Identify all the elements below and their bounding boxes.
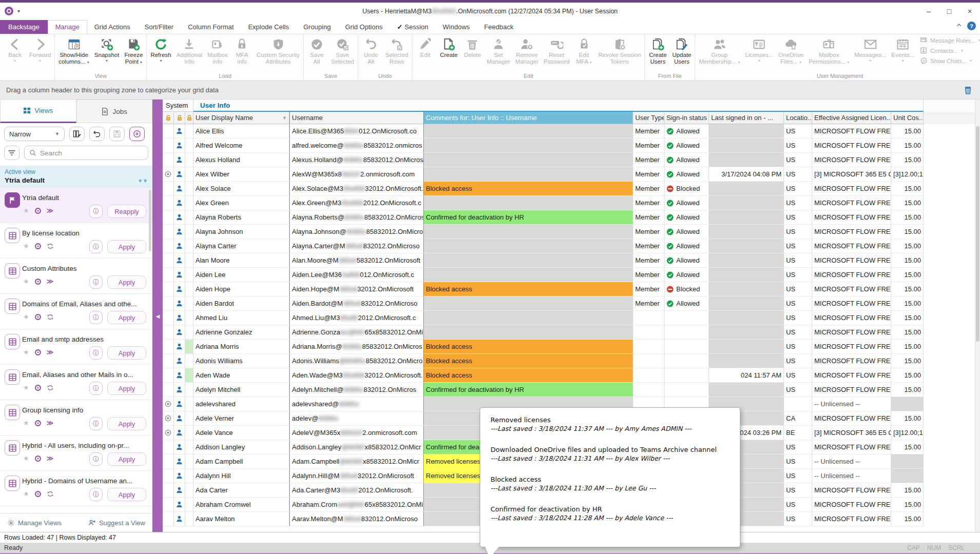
- tab-manage[interactable]: Manage: [48, 20, 87, 34]
- grid-vertical-scrollbar[interactable]: [975, 100, 980, 532]
- cell-license[interactable]: MICROSOFT FLOW FREE: [812, 153, 891, 167]
- cell-username[interactable]: Aden.Wade@M365x85832012.OnMicrosoft.: [289, 368, 424, 383]
- cell-user-type[interactable]: Member: [633, 268, 664, 282]
- user-row[interactable]: Aden WadeAden.Wade@M365x85832012.OnMicro…: [163, 368, 980, 383]
- cell-username[interactable]: Ada.Carter@M365x852012.OnMicrosoft.: [289, 483, 424, 498]
- cell-username[interactable]: AlexW@M365x8583202.onmicrosoft.com: [289, 167, 424, 182]
- cell-username[interactable]: Adalynn.Hill@M365x832012.OnMicrosoft: [289, 469, 424, 483]
- cell-marker[interactable]: [163, 440, 174, 454]
- column-header-signin-status[interactable]: Sign-in status: [664, 112, 709, 124]
- ribbon-button-onedrive-files[interactable]: OneDriveFiles... ▾: [776, 35, 806, 65]
- cell-unit-cost[interactable]: 15.00: [891, 368, 924, 383]
- cell-username[interactable]: Alan.Moore@M365x85832012.OnMicrosoft: [289, 253, 424, 268]
- cell-license[interactable]: MICROSOFT FLOW FREE: [812, 210, 891, 225]
- cell-unit-cost[interactable]: 15.00: [891, 268, 924, 282]
- cell-last-signed-in[interactable]: [709, 282, 784, 296]
- cell-last-signed-in[interactable]: [709, 124, 784, 138]
- help-icon[interactable]: ?: [967, 22, 976, 30]
- cell-comment[interactable]: [424, 153, 633, 167]
- user-row[interactable]: Adriana MorrisAdriana.Morris@M365x858320…: [163, 340, 980, 354]
- cell-username[interactable]: Aarav.Melton@M365x8832012.OnMicroso: [289, 512, 424, 526]
- cell-last-signed-in[interactable]: [709, 182, 784, 196]
- column-header-location[interactable]: Locatio...: [784, 112, 812, 124]
- cell-signin-status[interactable]: [664, 340, 709, 354]
- cell-license[interactable]: MICROSOFT FLOW FREE: [812, 440, 891, 454]
- ribbon-button-show-hide-columns[interactable]: Show/Hidecolumns... ▾: [56, 35, 92, 65]
- tab-grid-actions[interactable]: Grid Actions: [87, 21, 138, 34]
- cell-display-name[interactable]: Adam Campbell: [193, 454, 289, 469]
- ribbon-button-contacts[interactable]: Contacts... ▾: [920, 47, 980, 54]
- cell-display-name[interactable]: Alayna Roberts: [193, 210, 289, 225]
- user-row[interactable]: Alexus HollandAlexus.Holland@M365x858320…: [163, 153, 980, 167]
- ribbon-button-delete[interactable]: Delete: [461, 35, 484, 58]
- view-apply-button[interactable]: Apply: [107, 275, 146, 289]
- cell-license[interactable]: MICROSOFT FLOW FREE: [812, 253, 891, 268]
- user-row[interactable]: Alfred Welcomealfred.welcome@M365x858320…: [163, 138, 980, 153]
- tab-windows[interactable]: Windows: [436, 21, 477, 34]
- cell-unit-cost[interactable]: 15.00: [891, 311, 924, 325]
- ribbon-button-show-chats[interactable]: Show Chats... ▾: [920, 57, 980, 65]
- cell-license[interactable]: MICROSOFT FLOW FREE: [812, 368, 891, 383]
- ribbon-button-create[interactable]: Create: [437, 35, 461, 58]
- view-card-1[interactable]: By license location★ⓘApply: [0, 223, 152, 259]
- cell-signin-status[interactable]: Allowed: [664, 296, 709, 311]
- cell-unit-cost[interactable]: [891, 397, 924, 411]
- cell-username[interactable]: AdeleV@M365x8583202.onmicrosoft.com: [289, 426, 424, 440]
- ribbon-button-back[interactable]: Back▾: [3, 35, 27, 63]
- cell-license[interactable]: [3] MICROSOFT 365 E5 C: [812, 167, 891, 182]
- cell-location[interactable]: US: [784, 311, 812, 325]
- column-header-last-signed-in[interactable]: Last signed in on - ...: [709, 112, 784, 124]
- cell-display-name[interactable]: Adalynn Hill: [193, 469, 289, 483]
- favorite-star-icon[interactable]: ★: [23, 384, 29, 391]
- user-row[interactable]: Alayna CarterAlayna.Carter@M365x8832012.…: [163, 239, 980, 253]
- user-row[interactable]: Alex GreenAlex.Green@M365x8582012.OnMicr…: [163, 196, 980, 210]
- favorite-star-icon[interactable]: ★: [23, 207, 29, 214]
- cell-unit-cost[interactable]: 15.00: [891, 512, 924, 526]
- cell-marker[interactable]: [163, 368, 174, 383]
- cell-license[interactable]: MICROSOFT FLOW FREE: [812, 498, 891, 512]
- cell-location[interactable]: US: [784, 383, 812, 397]
- cell-unit-cost[interactable]: 15.00: [891, 239, 924, 253]
- cell-unit-cost[interactable]: 15.00: [891, 282, 924, 296]
- cell-display-name[interactable]: Aiden Lee: [193, 268, 289, 282]
- ribbon-button-forward[interactable]: Forward▾: [27, 35, 53, 63]
- user-row[interactable]: Alan MooreAlan.Moore@M365x85832012.OnMic…: [163, 253, 980, 268]
- cell-marker[interactable]: [163, 282, 174, 296]
- cell-signin-status[interactable]: Allowed: [664, 138, 709, 153]
- cell-last-signed-in[interactable]: [709, 239, 784, 253]
- cell-display-name[interactable]: Aden Wade: [193, 368, 289, 383]
- cell-location[interactable]: US: [784, 498, 812, 512]
- cell-username[interactable]: Abraham.Cromwell@M365x85832012.OnMi: [289, 498, 424, 512]
- cell-license[interactable]: MICROSOFT FLOW FREE: [812, 483, 891, 498]
- cell-unit-cost[interactable]: 15.00: [891, 498, 924, 512]
- suggest-view-link[interactable]: Suggest a View: [88, 519, 145, 527]
- cell-display-name[interactable]: Alexus Holland: [193, 153, 289, 167]
- cell-display-name[interactable]: Ada Carter: [193, 483, 289, 498]
- cell-unit-cost[interactable]: 15.00: [891, 138, 924, 153]
- ribbon-button-reset-password[interactable]: ***ResetPassword: [541, 35, 573, 65]
- cell-license[interactable]: MICROSOFT FLOW FREE: [812, 512, 891, 526]
- collapse-ribbon-icon[interactable]: [956, 22, 962, 30]
- cell-marker[interactable]: [163, 483, 174, 498]
- ribbon-button-create-users[interactable]: CreateUsers: [646, 35, 670, 65]
- view-apply-button[interactable]: Apply: [107, 240, 146, 253]
- view-reapply-button[interactable]: Reapply: [107, 205, 146, 218]
- cell-signin-status[interactable]: Allowed: [664, 239, 709, 253]
- tab-explode-cells[interactable]: Explode Cells: [241, 21, 297, 34]
- cell-license[interactable]: MICROSOFT FLOW FREE: [812, 225, 891, 239]
- cell-unit-cost[interactable]: [3]12.00;16: [891, 167, 924, 182]
- cell-location[interactable]: US: [784, 182, 812, 196]
- column-header-unit-cost[interactable]: Unit Cos...: [891, 112, 924, 124]
- cell-display-name[interactable]: Ahmed Liu: [193, 311, 289, 325]
- view-apply-button[interactable]: Apply: [107, 417, 146, 430]
- ribbon-button-edit[interactable]: Edit: [414, 35, 437, 58]
- cell-user-type[interactable]: Member: [633, 182, 664, 196]
- cell-location[interactable]: US: [784, 340, 812, 354]
- view-card-8[interactable]: Hybrid - Domains of Username an...★ⓘAppl…: [0, 471, 152, 506]
- cell-unit-cost[interactable]: 15.00: [891, 483, 924, 498]
- search-input[interactable]: [40, 149, 143, 157]
- cell-username[interactable]: Alayna.Johnson@M365x85832012.OnMicro: [289, 225, 424, 239]
- favorite-star-icon[interactable]: ★: [23, 313, 29, 321]
- active-view-collapse-icon[interactable]: ▼▼: [138, 178, 148, 184]
- cell-comment[interactable]: [424, 296, 633, 311]
